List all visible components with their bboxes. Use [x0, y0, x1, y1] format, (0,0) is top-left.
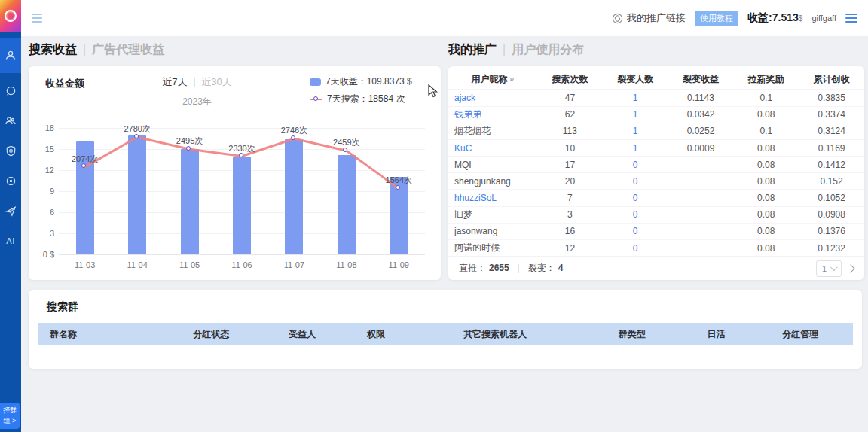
- fission-count[interactable]: 1: [603, 126, 668, 136]
- fission-count[interactable]: 1: [603, 109, 668, 120]
- total-revenue: 0.1376: [799, 226, 864, 236]
- search-count: 17: [537, 160, 603, 170]
- select-group-floating-button[interactable]: 择群 组 >: [0, 403, 20, 429]
- fission-count[interactable]: 0: [603, 209, 668, 220]
- group-column-header: 群类型: [579, 328, 685, 341]
- badge-line1: 择群: [2, 406, 18, 416]
- column-header: 用户昵称⌕: [448, 73, 537, 86]
- total-revenue: 0.1232: [799, 243, 864, 254]
- column-header: 裂变人数: [603, 73, 668, 86]
- sidebar-item-team[interactable]: [0, 105, 21, 135]
- search-count: 3: [537, 209, 603, 220]
- team-icon: [5, 114, 17, 126]
- x-axis-tick: 11-05: [179, 260, 200, 269]
- referral-reward: 0.08: [733, 109, 799, 120]
- search-count: 16: [537, 226, 603, 236]
- promo-table-header: 用户昵称⌕搜索次数裂变人数裂变收益拉新奖励累计创收: [448, 69, 864, 89]
- column-header: 累计创收: [799, 73, 864, 86]
- period-separator: |: [193, 76, 195, 87]
- line-point-label: 1564次: [386, 175, 412, 186]
- fission-count[interactable]: 0: [603, 176, 668, 187]
- sidebar-item-chat[interactable]: [0, 75, 21, 105]
- legend-revenue[interactable]: 7天收益：109.8373 $: [310, 75, 429, 88]
- x-axis-tick: 11-08: [336, 260, 356, 269]
- sidebar-item-ai[interactable]: AI: [0, 226, 21, 256]
- revenue-display: 收益:7.513$: [747, 11, 802, 25]
- search-count: 7: [537, 193, 603, 203]
- tab-my-promo[interactable]: 我的推广: [448, 42, 497, 58]
- search-icon[interactable]: ⌕: [509, 74, 514, 84]
- my-promo-link-label: 我的推广链接: [627, 11, 686, 25]
- x-axis-tick: 11-03: [75, 260, 95, 269]
- badge-line2: 组 >: [2, 416, 18, 427]
- app-logo[interactable]: [0, 0, 21, 32]
- tutorial-badge[interactable]: 使用教程: [695, 11, 738, 26]
- page-select[interactable]: 1: [816, 260, 842, 277]
- sidebar-item-user[interactable]: [0, 38, 21, 73]
- topbar: 我的推广链接 使用教程 收益:7.513$ giffgaff: [21, 0, 868, 36]
- referral-reward: 0.08: [733, 209, 799, 220]
- fission-count[interactable]: 0: [603, 160, 668, 170]
- revenue-chart-plot: 0 $3691215182074次2780次2495次2330次2746次245…: [59, 128, 425, 254]
- x-axis-tick: 11-07: [284, 260, 304, 269]
- revenue-chart-card: 收益金额 近7天 | 近30天 2023年 7天收益：109.8373 $ 7天…: [29, 66, 441, 280]
- fission-revenue: 0.1143: [668, 93, 734, 103]
- tab-search-revenue[interactable]: 搜索收益: [29, 42, 77, 58]
- y-axis-tick: 3: [32, 229, 54, 238]
- column-header: 裂变收益: [668, 73, 734, 86]
- menu-icon[interactable]: [845, 14, 857, 23]
- x-axis-tick: 11-04: [127, 260, 147, 269]
- fission-count[interactable]: 0: [603, 193, 668, 203]
- search-group-card: 搜索群 群名称分红状态受益人权限其它搜索机器人群类型日活分红管理: [29, 290, 862, 369]
- fission-count[interactable]: 0: [603, 243, 668, 254]
- y-axis-tick: 9: [32, 187, 54, 196]
- fission-revenue: 0.0009: [668, 143, 734, 154]
- y-axis-tick: 18: [32, 123, 54, 132]
- main-content: 搜索收益 | 广告代理收益 我的推广 | 用户使用分布 收益金额 近7天 | 近…: [21, 36, 868, 432]
- user-nickname[interactable]: hhuzziSoL: [448, 193, 537, 203]
- period-7d[interactable]: 近7天: [162, 76, 187, 87]
- user-nickname[interactable]: 钱弟弟: [448, 108, 537, 121]
- total-revenue: 0.152: [799, 176, 864, 187]
- y-axis-tick: 15: [32, 145, 54, 154]
- mouse-cursor: [428, 84, 439, 98]
- search-count: 113: [537, 126, 603, 136]
- total-revenue: 0.1052: [799, 193, 864, 203]
- tab-ad-agency-revenue[interactable]: 广告代理收益: [92, 42, 164, 58]
- referral-reward: 0.08: [733, 176, 799, 187]
- referral-reward: 0.08: [733, 193, 799, 203]
- total-revenue: 0.1412: [799, 160, 864, 170]
- search-count: 20: [537, 176, 603, 187]
- search-count: 12: [537, 243, 603, 254]
- user-nickname[interactable]: KuC: [448, 143, 537, 154]
- period-30d[interactable]: 近30天: [201, 76, 231, 87]
- collapse-menu-icon[interactable]: [32, 14, 42, 23]
- search-count: 10: [537, 143, 603, 154]
- fission-revenue: 0.0252: [668, 126, 734, 136]
- legend-search[interactable]: 7天搜索：18584 次: [310, 93, 429, 105]
- pagination: 1: [816, 260, 854, 277]
- tab-usage-distribution[interactable]: 用户使用分布: [512, 42, 584, 58]
- table-row: hhuzziSoL700.080.1052: [448, 189, 864, 205]
- total-revenue: 0.3835: [799, 93, 864, 103]
- referral-reward: 0.1: [733, 93, 799, 103]
- fission-count[interactable]: 0: [603, 226, 668, 236]
- sidebar-item-record[interactable]: [0, 166, 21, 196]
- sidebar: AI: [0, 0, 21, 432]
- sidebar-item-send[interactable]: [0, 196, 21, 226]
- fission-count[interactable]: 1: [603, 93, 668, 103]
- user-nickname: shengjunkang: [448, 176, 537, 187]
- next-page-button[interactable]: [846, 264, 854, 272]
- group-column-header: 群名称: [38, 328, 158, 341]
- referral-reward: 0.08: [733, 226, 799, 236]
- line-point-label: 2459次: [333, 137, 359, 148]
- total-revenue: 0.1169: [799, 143, 864, 154]
- username: giffgaff: [811, 14, 836, 23]
- fission-count[interactable]: 1: [603, 143, 668, 154]
- direct-referrals: 直推：2655: [459, 262, 509, 275]
- group-column-header: 分红管理: [747, 328, 853, 341]
- table-row: jasonwang1600.080.1376: [448, 223, 864, 239]
- my-promo-link[interactable]: 我的推广链接: [612, 11, 686, 25]
- user-nickname[interactable]: ajack: [448, 93, 537, 103]
- sidebar-item-security[interactable]: [0, 135, 21, 166]
